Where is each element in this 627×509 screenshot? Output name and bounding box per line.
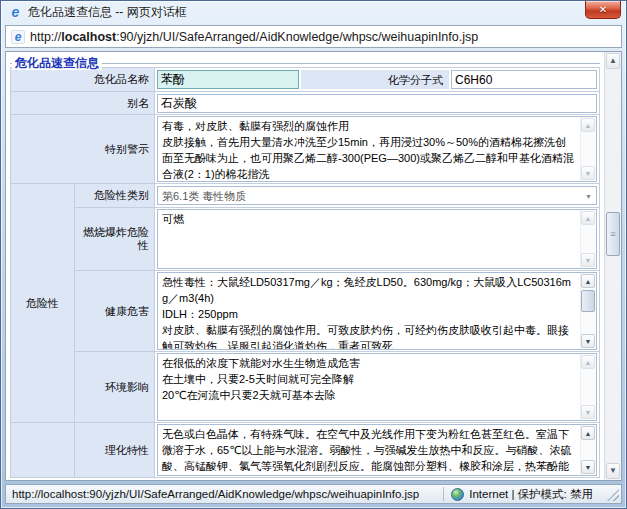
url-path: :90/yjzh/UI/SafeArranged/AidKnowledge/wh… (116, 30, 478, 44)
physical-text: 无色或白色晶体，有特殊气味。在空气中及光线作用下变为粉红色甚至红色。室温下微溶于… (158, 425, 579, 475)
scroll-down-icon[interactable]: ▼ (581, 334, 595, 348)
window-title: 危化品速查信息 -- 网页对话框 (28, 4, 187, 21)
zone-text: Internet | 保护模式: 禁用 (469, 487, 593, 502)
health-textarea[interactable]: 急性毒性：大鼠经LD50317mg／kg；兔经皮LD50。630mg/kg；大鼠… (157, 272, 597, 350)
warning-scrollbar[interactable]: ▲ ▼ (580, 117, 596, 181)
table-row: 理化特性 无色或白色晶体，有特殊气味。在空气中及光线作用下变为粉红色甚至红色。室… (11, 423, 600, 478)
content-wrap: 危化品速查信息 危化品名称 化学分子式 (5, 51, 622, 481)
health-scrollbar[interactable]: ▲ ▼ (580, 273, 596, 349)
info-fieldset: 危化品速查信息 危化品名称 化学分子式 (10, 63, 600, 478)
physical-scrollbar[interactable]: ▲ ▼ (580, 425, 596, 475)
scroll-up-icon[interactable]: ▲ (581, 426, 595, 440)
info-table: 危化品名称 化学分子式 别名 (10, 67, 600, 478)
environment-scrollbar[interactable]: ▲ ▼ (580, 354, 596, 420)
table-row: 特别警示 有毒，对皮肤、黏膜有强烈的腐蚀作用 皮肤接触，首先用大量清水冲洗至少1… (11, 115, 600, 184)
table-row: 别名 (11, 92, 600, 115)
address-bar: e http://localhost:90/yjzh/UI/SafeArrang… (5, 25, 622, 48)
explosion-scrollbar[interactable]: ▲ ▼ (580, 210, 596, 268)
hazard-group-label: 危险性 (11, 184, 75, 423)
physical-textarea[interactable]: 无色或白色晶体，有特殊气味。在空气中及光线作用下变为粉红色甚至红色。室温下微溶于… (157, 424, 597, 476)
ie-icon: e (8, 5, 23, 20)
close-button[interactable]: ✕ (585, 1, 621, 19)
table-row: 环境影响 在很低的浓度下就能对水生生物造成危害 在土壤中，只要2-5天时间就可完… (11, 352, 600, 423)
table-row: 燃烧爆炸危险性 可燃 ▲ ▼ (11, 208, 600, 271)
physical-label: 理化特性 (75, 423, 155, 478)
scrollbar-thumb[interactable] (581, 290, 595, 312)
scrollbar-thumb[interactable]: ≡ (606, 212, 620, 256)
alias-input[interactable] (157, 94, 597, 113)
explosion-textarea[interactable]: 可燃 ▲ ▼ (157, 209, 597, 269)
address-url: http://localhost:90/yjzh/UI/SafeArranged… (30, 30, 478, 44)
title-bar: e 危化品速查信息 -- 网页对话框 ✕ (1, 1, 626, 23)
environment-textarea[interactable]: 在很低的浓度下就能对水生生物造成危害 在土壤中，只要2-5天时间就可完全降解 2… (157, 353, 597, 421)
chemical-name-input[interactable] (157, 70, 299, 89)
alias-label: 别名 (11, 92, 155, 115)
hazard-category-select[interactable]: 第6.1类 毒性物质 ▼ (157, 186, 597, 205)
scroll-down-icon[interactable]: ▼ (581, 405, 595, 419)
scrollbar-up-button[interactable]: ▲ (606, 53, 620, 69)
empty-group-cell (11, 423, 75, 478)
status-divider (443, 487, 444, 501)
table-row: 健康危害 急性毒性：大鼠经LD50317mg／kg；兔经皮LD50。630mg/… (11, 271, 600, 352)
section-title: 危化品速查信息 (12, 56, 102, 70)
table-row: 危化品名称 化学分子式 (11, 68, 600, 92)
explosion-text: 可燃 (158, 210, 579, 268)
explosion-label: 燃烧爆炸危险性 (75, 208, 155, 271)
scroll-down-icon[interactable]: ▼ (581, 166, 595, 180)
scroll-down-icon[interactable]: ▼ (581, 253, 595, 267)
warning-label: 特别警示 (11, 115, 155, 184)
category-label: 危险性类别 (75, 184, 155, 208)
scrollbar-down-button[interactable]: ▼ (606, 463, 620, 479)
dialog-window: e 危化品速查信息 -- 网页对话框 ✕ e http://localhost:… (0, 0, 627, 509)
url-host: localhost (61, 30, 116, 44)
dropdown-arrow-icon: ▼ (585, 193, 592, 200)
formula-label: 化学分子式 (301, 70, 449, 89)
url-prefix: http:// (30, 30, 61, 44)
scroll-up-icon[interactable]: ▲ (581, 118, 595, 132)
warning-textarea[interactable]: 有毒，对皮肤、黏膜有强烈的腐蚀作用 皮肤接触，首先用大量清水冲洗至少15min，… (157, 116, 597, 182)
hazard-category-value: 第6.1类 毒性物质 (162, 190, 246, 202)
health-label: 健康危害 (75, 271, 155, 352)
environment-label: 环境影响 (75, 352, 155, 423)
thumb-grip-icon: ≡ (610, 230, 615, 239)
status-url: http://localhost:90/yjzh/UI/SafeArranged… (12, 488, 436, 500)
scroll-up-icon[interactable]: ▲ (581, 211, 595, 225)
scroll-down-icon[interactable]: ▼ (581, 460, 595, 474)
page-icon: e (11, 30, 25, 44)
status-zone: Internet | 保护模式: 禁用 (451, 487, 615, 502)
environment-text: 在很低的浓度下就能对水生生物造成危害 在土壤中，只要2-5天时间就可完全降解 2… (158, 354, 579, 420)
page-content: 危化品速查信息 危化品名称 化学分子式 (6, 52, 604, 480)
formula-input[interactable] (451, 70, 597, 89)
scroll-up-icon[interactable]: ▲ (581, 274, 595, 288)
close-icon: ✕ (599, 5, 607, 15)
name-label: 危化品名称 (11, 68, 155, 92)
health-text: 急性毒性：大鼠经LD50317mg／kg；兔经皮LD50。630mg/kg；大鼠… (158, 273, 579, 349)
status-bar: http://localhost:90/yjzh/UI/SafeArranged… (5, 484, 622, 504)
globe-icon (451, 488, 464, 501)
warning-text: 有毒，对皮肤、黏膜有强烈的腐蚀作用 皮肤接触，首先用大量清水冲洗至少15min，… (158, 117, 579, 181)
scroll-up-icon[interactable]: ▲ (581, 355, 595, 369)
vertical-scrollbar[interactable]: ▲ ≡ ▼ (604, 52, 621, 480)
table-row: 危险性 危险性类别 第6.1类 毒性物质 ▼ (11, 184, 600, 208)
